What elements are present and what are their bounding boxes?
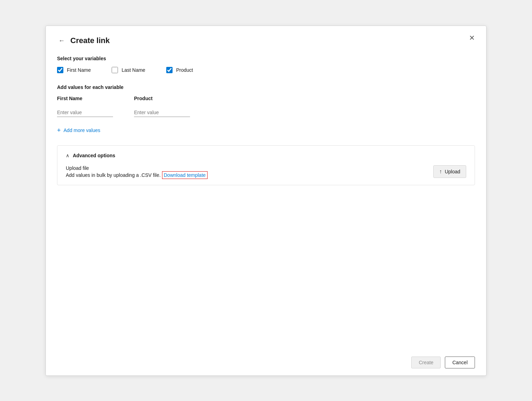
create-button[interactable]: Create — [411, 357, 441, 368]
dialog-title: Create link — [70, 36, 110, 45]
advanced-title: Advanced options — [73, 153, 115, 158]
back-icon: ← — [58, 37, 65, 44]
cancel-button[interactable]: Cancel — [445, 357, 475, 368]
add-values-label: Add values for each variable — [57, 84, 475, 90]
create-link-dialog: ← Create link ✕ Select your variables Fi… — [46, 26, 486, 376]
advanced-header[interactable]: ∧ Advanced options — [66, 153, 466, 158]
download-template-link[interactable]: Download template — [162, 171, 208, 179]
dialog-header: ← Create link — [57, 36, 475, 46]
upload-title: Upload file — [66, 165, 208, 171]
upload-text-area: Upload file Add values in bulk by upload… — [66, 165, 208, 178]
select-variables-label: Select your variables — [57, 56, 475, 61]
checkbox-last-name[interactable]: Last Name — [112, 67, 145, 73]
dialog-footer: Create Cancel — [411, 357, 475, 368]
first-name-input[interactable] — [57, 108, 113, 117]
values-section: Add values for each variable First Name … — [57, 84, 475, 117]
values-columns: First Name Product — [57, 96, 475, 117]
checkbox-last-name-input[interactable] — [112, 67, 118, 73]
checkbox-first-name[interactable]: First Name — [57, 67, 91, 73]
close-icon: ✕ — [469, 34, 475, 42]
variables-section: Select your variables First Name Last Na… — [57, 56, 475, 73]
upload-description: Add values in bulk by uploading a .CSV f… — [66, 172, 208, 178]
checkbox-product-input[interactable] — [166, 67, 173, 73]
upload-row: Upload file Add values in bulk by upload… — [66, 165, 466, 178]
first-name-column-header: First Name — [57, 96, 120, 101]
first-name-column: First Name — [57, 96, 120, 117]
upload-icon: ↑ — [439, 168, 442, 175]
checkbox-first-name-label: First Name — [67, 67, 91, 73]
upload-button-label: Upload — [445, 169, 460, 174]
back-button[interactable]: ← — [57, 36, 66, 46]
product-column: Product — [134, 96, 197, 117]
add-more-label: Add more values — [64, 127, 100, 133]
close-button[interactable]: ✕ — [466, 33, 478, 43]
checkbox-first-name-input[interactable] — [57, 67, 63, 73]
checkbox-last-name-label: Last Name — [121, 67, 145, 73]
advanced-options-section: ∧ Advanced options Upload file Add value… — [57, 145, 475, 185]
checkbox-product[interactable]: Product — [166, 67, 193, 73]
add-more-button[interactable]: + Add more values — [57, 127, 100, 134]
product-column-header: Product — [134, 96, 197, 101]
upload-button[interactable]: ↑ Upload — [433, 165, 466, 178]
chevron-icon: ∧ — [66, 153, 69, 158]
add-icon: + — [57, 127, 61, 134]
checkbox-row: First Name Last Name Product — [57, 67, 475, 73]
checkbox-product-label: Product — [176, 67, 193, 73]
product-input[interactable] — [134, 108, 190, 117]
